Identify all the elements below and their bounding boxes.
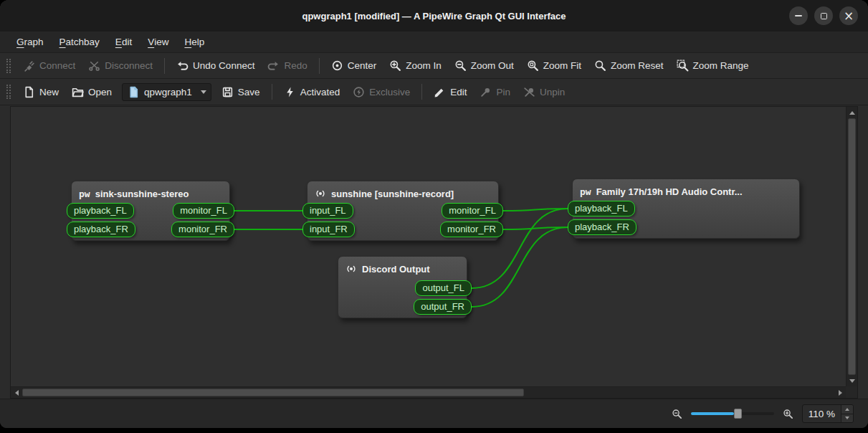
zoom-in-button[interactable]: Zoom In — [383, 56, 447, 75]
toolbar-drag-handle[interactable] — [6, 59, 11, 73]
save-patchbay-button[interactable]: Save — [216, 82, 266, 102]
horizontal-scroll-handle[interactable] — [22, 389, 524, 396]
spin-buttons — [841, 405, 853, 422]
node-header: pw sink-sunshine-stereo — [72, 181, 229, 203]
close-button[interactable]: × — [839, 6, 858, 25]
menu-graph[interactable]: Graph — [9, 32, 52, 52]
zoom-reset-button[interactable]: Zoom Reset — [588, 56, 669, 75]
menu-patchbay[interactable]: Patchbay — [52, 32, 108, 52]
status-bar: 110 % — [0, 399, 868, 428]
title-bar[interactable]: qpwgraph1 [modified] — A PipeWire Graph … — [0, 0, 868, 32]
pipewire-icon: pw — [79, 189, 90, 199]
zoom-fit-button[interactable]: Zoom Fit — [521, 56, 587, 75]
unpin-button[interactable]: Unpin — [518, 82, 571, 102]
chevron-down-icon — [201, 90, 206, 94]
zoom-range-button[interactable]: Zoom Range — [671, 56, 755, 75]
vertical-scroll-handle[interactable] — [848, 118, 856, 375]
exclusive-toggle-button[interactable]: Exclusive — [347, 82, 416, 102]
activated-bolt-icon — [284, 86, 296, 98]
zoom-reset-icon — [594, 60, 606, 72]
arrow-down-icon — [849, 379, 855, 383]
audio-source-icon — [345, 263, 357, 275]
maximize-icon — [821, 13, 827, 19]
disconnect-icon — [88, 60, 100, 72]
horizontal-scrollbar[interactable] — [11, 386, 846, 398]
port-monitor-fl[interactable]: monitor_FL — [173, 203, 234, 219]
disconnect-button[interactable]: Disconnect — [82, 56, 158, 75]
scrollbar-corner — [846, 386, 857, 398]
scroll-down-button[interactable] — [846, 375, 857, 386]
patchbay-toolbar: New Open qpwgraph1 Save — [0, 79, 868, 105]
node-family-hd-audio[interactable]: pw Family 17h/19h HD Audio Contr... play… — [572, 179, 800, 239]
pin-icon — [480, 86, 492, 98]
port-playback-fr[interactable]: playback_FR — [568, 219, 636, 235]
node-title-text: sink-sunshine-stereo — [95, 189, 189, 199]
toolbar-separator — [421, 84, 422, 100]
node-title-text: sunshine [sunshine-record] — [331, 189, 454, 199]
scroll-right-button[interactable] — [834, 387, 846, 398]
arrow-up-icon — [845, 408, 849, 411]
patchbay-select-combo[interactable]: qpwgraph1 — [122, 83, 211, 101]
port-input-fr[interactable]: input_FR — [302, 222, 355, 237]
zoom-in-icon[interactable] — [783, 409, 793, 419]
port-row: playback_FL monitor_FL — [67, 203, 234, 219]
slider-handle[interactable] — [734, 409, 742, 419]
zoom-slider[interactable] — [691, 408, 774, 419]
port-row: playback_FR — [568, 219, 804, 235]
vertical-scrollbar[interactable] — [846, 107, 857, 386]
node-header: pw Family 17h/19h HD Audio Contr... — [573, 179, 799, 201]
connection-edges — [11, 107, 846, 386]
toolbar-drag-handle[interactable] — [6, 85, 11, 99]
menu-edit[interactable]: Edit — [108, 32, 140, 52]
arrow-right-icon — [839, 390, 842, 396]
zoom-out-icon — [454, 60, 467, 72]
edit-patchbay-button[interactable]: Edit — [428, 82, 472, 102]
spin-up-button[interactable] — [841, 405, 853, 414]
node-sink-sunshine-stereo[interactable]: pw sink-sunshine-stereo playback_FL moni… — [71, 181, 230, 241]
spin-down-button[interactable] — [841, 414, 853, 423]
port-input-fl[interactable]: input_FL — [302, 203, 353, 219]
port-playback-fr[interactable]: playback_FR — [67, 222, 135, 237]
redo-button[interactable]: Redo — [262, 56, 313, 75]
graph-canvas[interactable]: pw sink-sunshine-stereo playback_FL moni… — [11, 107, 846, 386]
node-title-text: Family 17h/19h HD Audio Contr... — [596, 186, 743, 197]
close-icon: × — [844, 10, 854, 22]
port-output-fl[interactable]: output_FL — [415, 280, 472, 296]
patchbay-combo-value: qpwgraph1 — [144, 87, 192, 97]
node-header: sunshine [sunshine-record] — [307, 181, 498, 203]
pin-button[interactable]: Pin — [474, 82, 516, 102]
arrow-left-icon — [15, 390, 19, 396]
node-sunshine-record[interactable]: sunshine [sunshine-record] input_FL moni… — [307, 181, 499, 241]
maximize-button[interactable] — [814, 6, 833, 25]
patchbay-file-icon — [128, 86, 140, 98]
scroll-left-button[interactable] — [11, 387, 22, 398]
port-output-fr[interactable]: output_FR — [414, 299, 472, 315]
port-monitor-fl[interactable]: monitor_FL — [442, 203, 503, 219]
scroll-trough[interactable] — [524, 387, 834, 398]
open-patchbay-button[interactable]: Open — [66, 82, 118, 102]
new-patchbay-button[interactable]: New — [17, 82, 65, 102]
window-title: qpwgraph1 [modified] — A PipeWire Graph … — [302, 11, 566, 22]
minimize-button[interactable] — [789, 6, 808, 25]
menu-view[interactable]: View — [140, 32, 176, 52]
connect-icon — [23, 60, 35, 72]
pipewire-icon: pw — [580, 186, 591, 197]
graph-toolbar: Connect Disconnect Undo Connect Redo — [0, 53, 868, 79]
port-playback-fl[interactable]: playback_FL — [568, 201, 635, 217]
node-discord-output[interactable]: Discord Output output_FL output_FR — [338, 256, 467, 318]
port-monitor-fr[interactable]: monitor_FR — [440, 222, 503, 237]
undo-connect-button[interactable]: Undo Connect — [171, 56, 260, 75]
connect-button[interactable]: Connect — [17, 56, 81, 75]
redo-icon — [267, 60, 280, 72]
activated-toggle-button[interactable]: Activated — [278, 82, 346, 102]
unpin-icon — [523, 86, 535, 98]
zoom-out-icon[interactable] — [672, 409, 682, 419]
zoom-out-button[interactable]: Zoom Out — [449, 56, 520, 75]
scroll-up-button[interactable] — [846, 107, 857, 118]
zoom-percent-spinbox[interactable]: 110 % — [802, 404, 854, 423]
port-monitor-fr[interactable]: monitor_FR — [171, 222, 234, 237]
menu-help[interactable]: Help — [176, 32, 212, 52]
center-button[interactable]: Center — [325, 56, 383, 75]
arrow-up-icon — [849, 111, 855, 115]
port-playback-fl[interactable]: playback_FL — [67, 203, 134, 219]
